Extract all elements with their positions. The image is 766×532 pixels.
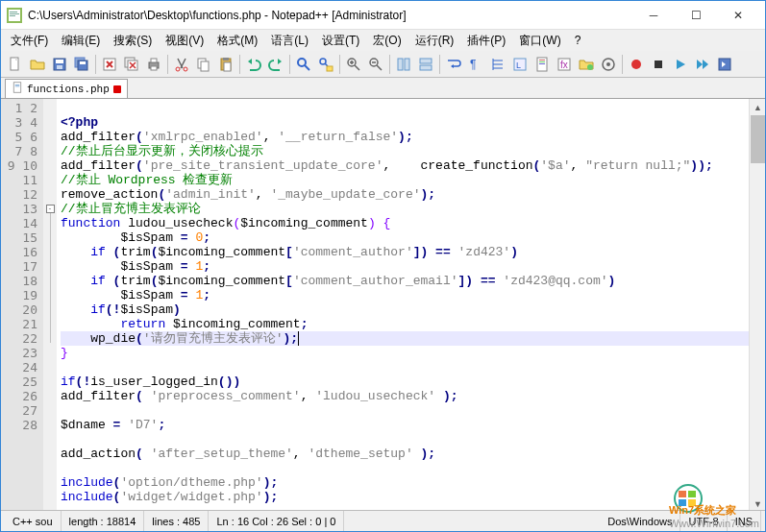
svg-rect-16: [151, 59, 157, 62]
code-line: add_filter('xmlrpc_enabled', '__return_f…: [61, 130, 413, 144]
replace-icon[interactable]: [315, 54, 336, 75]
func-list-icon[interactable]: fx: [554, 54, 575, 75]
menu-search[interactable]: 搜索(S): [108, 31, 158, 51]
code-line: add_filter( 'preprocess_comment', 'ludou…: [61, 389, 458, 403]
menu-run[interactable]: 运行(R): [409, 31, 460, 51]
play-multi-icon[interactable]: [692, 54, 713, 75]
minimize-button[interactable]: ─: [632, 2, 675, 29]
doc-map-icon[interactable]: [531, 54, 553, 75]
menu-file[interactable]: 文件(F): [5, 31, 54, 51]
svg-rect-32: [420, 59, 432, 63]
code-line: add_filter('pre_site_transient_update_co…: [61, 158, 713, 173]
tab-modified-icon[interactable]: [113, 85, 121, 93]
new-file-icon[interactable]: [5, 54, 26, 75]
open-file-icon[interactable]: [27, 54, 48, 75]
menu-view[interactable]: 视图(V): [160, 31, 210, 51]
code-line: $dname = 'D7';: [61, 418, 165, 432]
svg-rect-24: [224, 62, 231, 71]
save-icon[interactable]: [49, 54, 70, 75]
svg-rect-27: [327, 66, 333, 71]
menu-window[interactable]: 窗口(W): [513, 31, 566, 51]
print-icon[interactable]: [143, 54, 164, 75]
code-line: $isSpam = 1;: [61, 259, 210, 274]
toolbar-sep: [95, 55, 96, 74]
svg-point-25: [298, 59, 306, 66]
svg-rect-7: [56, 60, 63, 63]
title-bar: C:\Users\Administrator\Desktop\functions…: [1, 1, 765, 30]
menu-plugins[interactable]: 插件(P): [461, 31, 511, 51]
sync-v-icon[interactable]: [393, 54, 414, 75]
scrollbar-thumb[interactable]: [751, 115, 765, 163]
editor[interactable]: 1 2 3 4 5 6 7 8 9 10 11 12 13 14 15 16 1…: [1, 99, 765, 512]
save-macro-icon[interactable]: [714, 54, 735, 75]
svg-rect-33: [420, 65, 432, 70]
code-line: remove_action('admin_init', '_maybe_upda…: [61, 187, 435, 202]
find-icon[interactable]: [293, 54, 314, 75]
toolbar-sep: [389, 55, 390, 74]
close-all-icon[interactable]: [121, 54, 142, 75]
svg-rect-4: [10, 15, 15, 16]
status-position: Ln : 16 Col : 26 Sel : 0 | 0: [209, 511, 344, 531]
svg-rect-17: [151, 66, 157, 70]
code-line: include('option/dtheme.php');: [61, 475, 278, 490]
stop-macro-icon[interactable]: [648, 54, 669, 75]
close-button[interactable]: ✕: [717, 2, 759, 29]
folder-workspace-icon[interactable]: [576, 54, 597, 75]
toolbar-sep: [439, 55, 440, 74]
paste-icon[interactable]: [215, 54, 236, 75]
maximize-button[interactable]: ☐: [675, 2, 717, 29]
svg-rect-31: [405, 59, 409, 70]
menu-help[interactable]: ?: [569, 32, 587, 49]
svg-rect-51: [15, 86, 20, 87]
indent-guide-icon[interactable]: [487, 54, 508, 75]
cut-icon[interactable]: [171, 54, 192, 75]
svg-rect-23: [223, 58, 229, 60]
toolbar-sep: [239, 55, 240, 74]
redo-icon[interactable]: [265, 54, 286, 75]
code-line: include('widget/widget.php');: [61, 490, 278, 504]
toolbar: ¶ L fx: [1, 51, 765, 78]
zoom-out-icon[interactable]: [365, 54, 386, 75]
menu-edit[interactable]: 编辑(E): [56, 31, 106, 51]
menu-language[interactable]: 语言(L): [265, 31, 314, 51]
udl-icon[interactable]: L: [509, 54, 531, 75]
svg-point-43: [587, 64, 593, 70]
copy-icon[interactable]: [193, 54, 214, 75]
svg-rect-8: [57, 65, 62, 69]
zoom-in-icon[interactable]: [343, 54, 364, 75]
code-area[interactable]: <?php add_filter('xmlrpc_enabled', '__re…: [57, 99, 765, 512]
svg-rect-21: [201, 61, 209, 71]
line-number-gutter: 1 2 3 4 5 6 7 8 9 10 11 12 13 14 15 16 1…: [1, 99, 43, 512]
code-line: if(!$isSpam): [61, 302, 181, 317]
vertical-scrollbar[interactable]: ▲ ▼: [749, 99, 765, 512]
sync-h-icon[interactable]: [415, 54, 436, 75]
show-all-chars-icon[interactable]: ¶: [465, 54, 486, 75]
undo-icon[interactable]: [243, 54, 264, 75]
wordwrap-icon[interactable]: [443, 54, 464, 75]
menu-format[interactable]: 格式(M): [211, 31, 263, 51]
watermark-text: Win7系统之家 Www.Winwin7.com: [669, 503, 759, 529]
code-line: <?php: [61, 115, 98, 130]
code-line: if (trim($incoming_comment['comment_auth…: [61, 245, 518, 259]
tab-functions-php[interactable]: functions.php: [5, 79, 128, 98]
fold-gutter[interactable]: -: [43, 99, 57, 512]
menu-macro[interactable]: 宏(O): [367, 31, 407, 51]
svg-rect-49: [13, 83, 21, 93]
close-file-icon[interactable]: [99, 54, 120, 75]
code-line: //禁止 Wordpress 检查更新: [61, 173, 233, 187]
menu-settings[interactable]: 设置(T): [316, 31, 365, 51]
status-bar: C++ sou length : 18814 lines : 485 Ln : …: [1, 510, 765, 531]
save-all-icon[interactable]: [71, 54, 92, 75]
svg-rect-2: [10, 12, 17, 12]
toolbar-sep: [289, 55, 290, 74]
monitor-icon[interactable]: [598, 54, 619, 75]
scroll-up-icon[interactable]: ▲: [751, 99, 765, 115]
svg-rect-50: [15, 85, 20, 85]
record-macro-icon[interactable]: [626, 54, 647, 75]
play-macro-icon[interactable]: [670, 54, 691, 75]
svg-rect-39: [539, 61, 545, 62]
svg-rect-53: [679, 491, 686, 497]
code-line: //禁止冒充博主发表评论: [61, 202, 201, 216]
toolbar-sep: [167, 55, 168, 74]
svg-rect-11: [80, 61, 86, 64]
